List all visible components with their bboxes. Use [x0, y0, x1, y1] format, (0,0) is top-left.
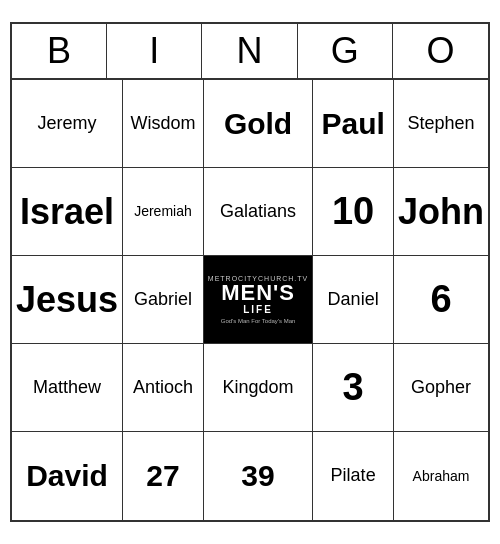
bingo-cell: Pilate: [313, 432, 394, 520]
cell-text: Kingdom: [223, 377, 294, 399]
bingo-header-letter: N: [202, 24, 297, 78]
cell-text: 27: [146, 458, 179, 494]
bingo-header-letter: O: [393, 24, 488, 78]
bingo-cell: 3: [313, 344, 394, 432]
cell-text: 10: [332, 189, 374, 235]
bingo-cell: Matthew: [12, 344, 123, 432]
bingo-cell: Galatians: [204, 168, 313, 256]
bingo-cell: Jeremiah: [123, 168, 204, 256]
bingo-grid: JeremyWisdomGoldPaulStephenIsraelJeremia…: [12, 80, 488, 520]
cell-text: Gabriel: [134, 289, 192, 311]
bingo-cell: Stephen: [394, 80, 488, 168]
cell-text: Abraham: [413, 468, 470, 485]
cell-text: Gold: [224, 106, 292, 142]
cell-text: Jesus: [16, 278, 118, 321]
cell-text: David: [26, 458, 108, 494]
cell-text: Stephen: [407, 113, 474, 135]
bingo-header-letter: B: [12, 24, 107, 78]
bingo-cell: Gold: [204, 80, 313, 168]
cell-text: John: [398, 190, 484, 233]
bingo-cell: 10: [313, 168, 394, 256]
bingo-cell: 39: [204, 432, 313, 520]
bingo-cell: David: [12, 432, 123, 520]
bingo-cell: Wisdom: [123, 80, 204, 168]
bingo-header: BINGO: [12, 24, 488, 80]
bingo-cell: Paul: [313, 80, 394, 168]
bingo-header-letter: G: [298, 24, 393, 78]
bingo-cell: Antioch: [123, 344, 204, 432]
bingo-cell: Jesus: [12, 256, 123, 344]
bingo-cell: METROCITYCHURCH.TVMEN'SLIFEGod's Man For…: [204, 256, 313, 344]
logo-main-text: MEN'S: [221, 282, 295, 304]
cell-text: Pilate: [331, 465, 376, 487]
cell-text: Gopher: [411, 377, 471, 399]
bingo-cell: John: [394, 168, 488, 256]
cell-text: 39: [241, 458, 274, 494]
bingo-cell: Israel: [12, 168, 123, 256]
cell-text: Daniel: [328, 289, 379, 311]
bingo-cell: Gopher: [394, 344, 488, 432]
cell-text: 3: [343, 365, 364, 411]
logo-tagline-text: God's Man For Today's Man: [221, 318, 296, 324]
logo-sub-text: LIFE: [243, 304, 273, 316]
bingo-cell: Abraham: [394, 432, 488, 520]
cell-text: Antioch: [133, 377, 193, 399]
cell-text: Wisdom: [130, 113, 195, 135]
bingo-card: BINGO JeremyWisdomGoldPaulStephenIsraelJ…: [10, 22, 490, 522]
bingo-header-letter: I: [107, 24, 202, 78]
bingo-cell: 27: [123, 432, 204, 520]
bingo-cell: Jeremy: [12, 80, 123, 168]
bingo-cell: 6: [394, 256, 488, 344]
cell-text: Jeremiah: [134, 203, 192, 220]
cell-text: Galatians: [220, 201, 296, 223]
bingo-cell: Kingdom: [204, 344, 313, 432]
bingo-cell: Gabriel: [123, 256, 204, 344]
cell-text: Matthew: [33, 377, 101, 399]
cell-text: Paul: [321, 106, 384, 142]
cell-text: Israel: [20, 190, 114, 233]
cell-text: 6: [430, 277, 451, 323]
cell-text: Jeremy: [38, 113, 97, 135]
bingo-cell: Daniel: [313, 256, 394, 344]
